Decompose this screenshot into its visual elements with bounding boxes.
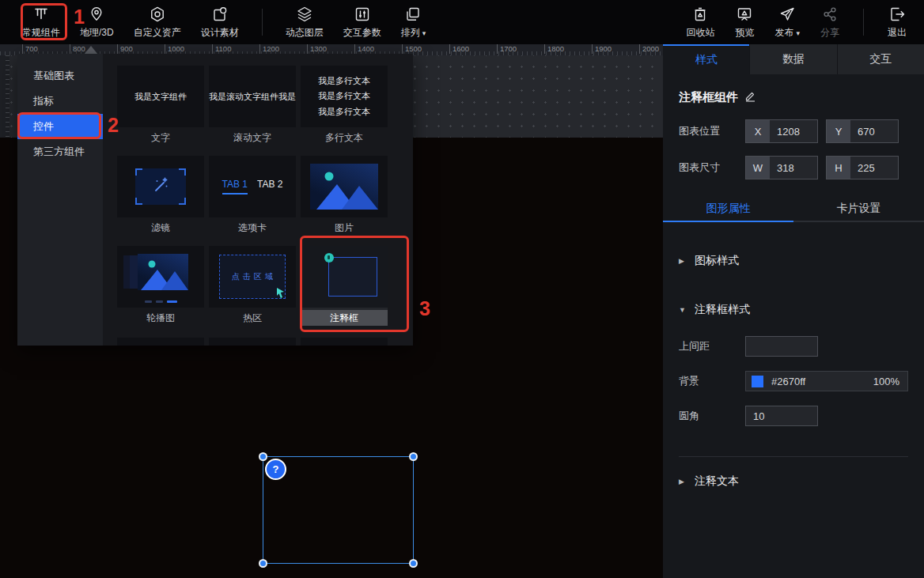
toolbar-item-label: 地理/3D [80,26,114,40]
paper-plane-icon [778,6,796,23]
toolbar-item-dynamic-layers[interactable]: 动态图层 [286,6,324,40]
toolbar-item-geo-3d[interactable]: 地理/3D [80,6,114,40]
top-margin-input[interactable] [745,336,818,357]
vertical-ruler [0,55,9,138]
w-value-input[interactable]: 318 [770,157,817,179]
component-tile-partial[interactable] [117,338,204,346]
x-prefix: X [746,120,770,142]
tab-data[interactable]: 数据 [749,44,836,74]
color-hex-value[interactable]: #2670ff [771,376,873,387]
note-box-preview [301,246,388,308]
selected-note-box-component[interactable]: ? [263,456,414,564]
component-tile-carousel[interactable]: 轮播图 [117,246,204,326]
design-asset-icon [211,6,229,23]
top-toolbar: 常规组件 地理/3D 自定义资产 设计素材 动态图层 交互参数 [0,0,924,44]
edit-pencil-icon[interactable] [744,90,756,105]
toolbar-item-interaction-params[interactable]: 交互参数 [343,6,381,40]
section-icon-style[interactable]: ▶ 图标样式 [679,254,908,268]
x-value-input[interactable]: 1208 [770,120,817,142]
resize-handle-top-right[interactable] [409,452,418,461]
resize-handle-bottom-left[interactable] [259,559,267,568]
component-tile-tabs[interactable]: TAB 1 TAB 2 选项卡 [209,156,296,234]
background-color-picker[interactable]: #2670ff 100% [745,371,908,391]
component-tile-filter[interactable]: 滤镜 [117,156,204,234]
position-x-input-group: X 1208 [745,119,818,143]
component-tile-image[interactable]: 图片 [301,156,388,234]
toolbar-item-label: 退出 [888,26,907,40]
y-value-input[interactable]: 670 [850,120,898,142]
toolbar-item-arrange[interactable]: 排列▾ [401,6,426,40]
subtab-graphic-properties[interactable]: 图形属性 [663,197,793,222]
trash-icon [691,6,709,23]
ruler-tick-label: 1100 [212,44,231,54]
toolbar-item-recycle-bin[interactable]: 回收站 [686,6,714,40]
category-controls[interactable]: 控件 [17,114,103,139]
note-box-help-badge[interactable]: ? [265,459,286,480]
category-third-party[interactable]: 第三方组件 [17,139,103,164]
mountains-image-icon [138,254,188,290]
tab-style[interactable]: 样式 [663,44,749,74]
component-tile-text[interactable]: 我是文字组件 文字 [117,66,204,144]
toolbar-item-label: 自定义资产 [134,26,181,40]
size-h-input-group: H 225 [826,156,899,179]
component-tile-partial[interactable] [209,338,296,346]
hexagon-icon [149,6,166,23]
component-tile-note-box[interactable]: 注释框 [301,246,388,326]
toolbar-item-common-components[interactable]: 常规组件 [22,6,60,40]
tab-interaction[interactable]: 交互 [837,44,924,74]
subtab-card-settings[interactable]: 卡片设置 [793,197,924,222]
toolbar-item-exit[interactable]: 退出 [888,6,907,40]
preview-screen-icon [736,6,753,23]
carousel-dots-indicator [117,300,204,303]
top-margin-label: 上间距 [679,339,745,353]
hotzone-preview: 点击区域 [209,246,296,308]
ruler-tick-label: 900 [117,44,133,54]
toolbar-item-preview[interactable]: 预览 [735,6,754,40]
carousel-preview [117,246,204,308]
toolbar-item-label: 分享 [820,26,839,40]
component-category-list: 基础图表 指标 控件 第三方组件 [17,54,103,346]
y-prefix: Y [827,120,850,142]
component-picker-panel: 基础图表 指标 控件 第三方组件 我是文字组件 文字 我是滚动文字组件我是 滚动… [17,54,413,346]
chevron-down-icon: ▾ [422,29,426,37]
category-indicators[interactable]: 指标 [17,89,103,114]
component-tile-hotzone[interactable]: 点击区域 热区 [209,246,296,326]
toolbar-item-label: 排列▾ [401,26,426,40]
h-value-input[interactable]: 225 [850,157,898,179]
component-tile-partial[interactable] [301,338,388,346]
section-note-text[interactable]: ▶ 注释文本 [679,474,908,489]
toolbar-item-publish[interactable]: 发布▾ [774,6,800,40]
cursor-icon [275,287,288,303]
resize-handle-bottom-right[interactable] [409,559,418,568]
ruler-tick-label: 1500 [402,44,422,54]
ruler-tick-label: 1400 [354,44,374,54]
section-note-box-style[interactable]: ▼ 注释框样式 [679,303,908,317]
h-prefix: H [827,157,850,179]
toolbar-item-design-materials[interactable]: 设计素材 [201,6,239,40]
w-prefix: W [746,157,770,179]
inspector-subtab-bar: 图形属性 卡片设置 [663,197,924,222]
component-tile-scrolling-text[interactable]: 我是滚动文字组件我是 滚动文字 [209,66,296,144]
toolbar-item-custom-assets[interactable]: 自定义资产 [134,6,181,40]
arrange-icon [404,6,422,23]
component-tile-multiline-text[interactable]: 我是多行文本 我是多行文本 我是多行文本 多行文本 [301,66,388,144]
color-swatch[interactable] [752,376,763,387]
toolbar-left-group: 常规组件 地理/3D 自定义资产 设计素材 动态图层 交互参数 [0,0,426,44]
share-nodes-icon [821,6,839,23]
resize-handle-top-left[interactable] [259,452,267,461]
note-anchor-dot [324,253,334,263]
corner-radius-input[interactable]: 10 [745,406,818,426]
position-label: 图表位置 [679,124,745,138]
toolbar-item-share[interactable]: 分享 [820,6,839,40]
ruler-tick-label: 700 [22,44,38,54]
toolbar-item-label: 回收站 [686,26,714,40]
toolbar-right-group: 回收站 预览 发布▾ 分享 退出 [686,0,924,44]
toolbar-separator [863,9,864,36]
category-basic-charts[interactable]: 基础图表 [17,63,103,89]
color-opacity-value[interactable]: 100% [873,376,899,387]
toolbar-item-label: 发布▾ [774,26,800,40]
magic-wand-icon [150,175,171,198]
toolbar-item-label: 预览 [735,26,754,40]
toolbar-item-label: 设计素材 [201,26,239,40]
chevron-right-icon: ▶ [679,257,687,265]
